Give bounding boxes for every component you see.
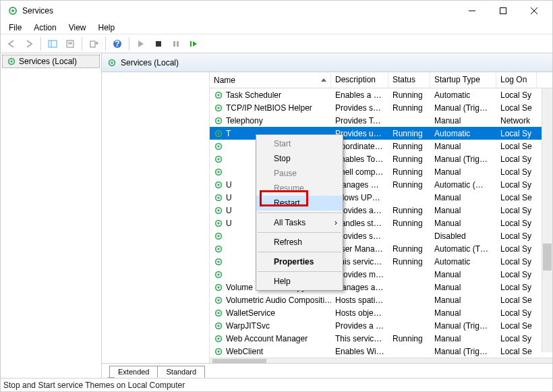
menu-file[interactable]: File [3,22,27,34]
service-desc: This service … [331,334,388,343]
gear-icon [214,296,223,305]
service-startup: Manual [430,116,496,125]
close-button[interactable] [519,1,550,21]
svg-point-41 [217,209,220,212]
service-logon: Local Sy [496,283,537,292]
gear-icon [214,270,223,279]
service-logon: Local Sy [496,90,537,100]
action-pane [102,72,210,363]
svg-point-43 [217,222,220,225]
forward-button[interactable] [21,36,37,51]
service-startup: Manual [430,308,496,318]
col-name[interactable]: Name [210,72,331,88]
col-description[interactable]: Description [331,72,388,88]
back-button[interactable] [3,36,20,51]
service-status: Running [388,334,430,343]
service-logon: Local Sy [496,129,537,138]
table-row[interactable]: TelephonyProvides Tel…ManualNetwork [210,114,552,127]
service-startup: Automatic [430,129,496,138]
tab-extended[interactable]: Extended [109,366,158,378]
col-status[interactable]: Status [388,72,430,88]
gear-icon [214,283,223,292]
ctx-refresh[interactable]: Refresh [256,235,343,250]
maximize-button[interactable] [488,1,519,21]
menu-action[interactable]: Action [28,22,61,34]
svg-text:?: ? [115,39,119,49]
svg-point-57 [217,312,220,314]
gear-icon [214,142,223,151]
table-row[interactable]: Task SchedulerEnables a us…RunningAutoma… [210,88,552,101]
gear-icon [214,347,223,356]
tree-services-local[interactable]: Services (Local) [2,55,100,68]
service-status: Running [388,103,430,113]
ctx-help[interactable]: Help [256,274,343,289]
table-row[interactable]: WalletServiceHosts objec…ManualLocal Sy [210,306,552,319]
service-logon: Local Sy [496,167,537,177]
service-name: WalletService [226,308,275,318]
service-logon: Local Sy [496,180,537,190]
svg-rect-16 [177,41,179,47]
service-startup: Manual [430,193,496,202]
show-hide-tree-button[interactable] [45,36,61,51]
properties-toolbar-button[interactable] [62,36,78,51]
minimize-button[interactable] [457,1,488,21]
svg-rect-15 [173,41,175,47]
service-startup: Manual [430,206,496,215]
service-startup: Automatic [430,257,496,267]
svg-point-61 [217,337,220,340]
ctx-start[interactable]: Start [256,136,343,151]
service-logon: Local Sy [496,270,537,279]
service-desc: Enables a us… [331,90,388,100]
export-list-button[interactable] [86,36,102,51]
svg-point-37 [217,184,220,186]
svg-point-39 [217,196,220,199]
horizontal-scrollbar[interactable] [210,358,552,363]
table-row[interactable]: Volumetric Audio Compositi…Hosts spatia…… [210,293,552,306]
svg-point-49 [217,260,220,263]
service-startup: Manual [430,167,496,177]
service-startup: Automatic (… [430,180,496,190]
service-status: Running [388,206,430,215]
restart-toolbar-button[interactable] [185,36,202,51]
svg-point-35 [217,171,220,173]
service-name: Telephony [226,116,263,125]
svg-rect-6 [49,40,57,47]
service-logon: Local Sy [496,206,537,215]
ctx-restart[interactable]: Restart [256,196,343,211]
ctx-resume[interactable]: Resume [256,181,343,196]
view-tabs: Extended Standard [102,363,552,378]
svg-point-31 [217,145,220,148]
service-startup: Manual [430,219,496,228]
ctx-properties[interactable]: Properties [256,254,343,269]
svg-point-45 [217,235,220,237]
svg-point-25 [217,107,220,109]
svg-rect-3 [500,8,506,14]
svg-point-59 [217,325,220,327]
menu-help[interactable]: Help [93,22,121,34]
service-status: Running [388,90,430,100]
svg-rect-14 [156,41,161,47]
service-status: Running [388,129,430,138]
ctx-all-tasks[interactable]: All Tasks [256,215,343,230]
svg-rect-17 [190,41,192,47]
tab-standard[interactable]: Standard [157,366,205,378]
pause-toolbar-button[interactable] [168,36,184,51]
ctx-stop[interactable]: Stop [256,151,343,166]
vertical-scrollbar[interactable] [542,88,552,352]
svg-point-47 [217,248,220,250]
menu-view[interactable]: View [63,22,92,34]
service-logon: Local Sy [496,231,537,241]
col-startup[interactable]: Startup Type [430,72,496,88]
stop-toolbar-button[interactable] [150,36,167,51]
help-toolbar-button[interactable]: ? [109,36,125,51]
table-row[interactable]: Web Account ManagerThis service …Running… [210,332,552,345]
tree-label: Services (Local) [19,57,77,66]
service-name: TCP/IP NetBIOS Helper [226,103,312,113]
table-row[interactable]: WebClientEnables Win…Manual (Trig…Local … [210,345,552,358]
table-row[interactable]: WarpJITSvcProvides a JI…Manual (Trig…Loc… [210,319,552,332]
ctx-pause[interactable]: Pause [256,166,343,181]
col-logon[interactable]: Log On [496,72,537,88]
table-row[interactable]: TCP/IP NetBIOS HelperProvides su…Running… [210,101,552,114]
svg-point-21 [111,61,113,64]
start-toolbar-button[interactable] [133,36,149,51]
